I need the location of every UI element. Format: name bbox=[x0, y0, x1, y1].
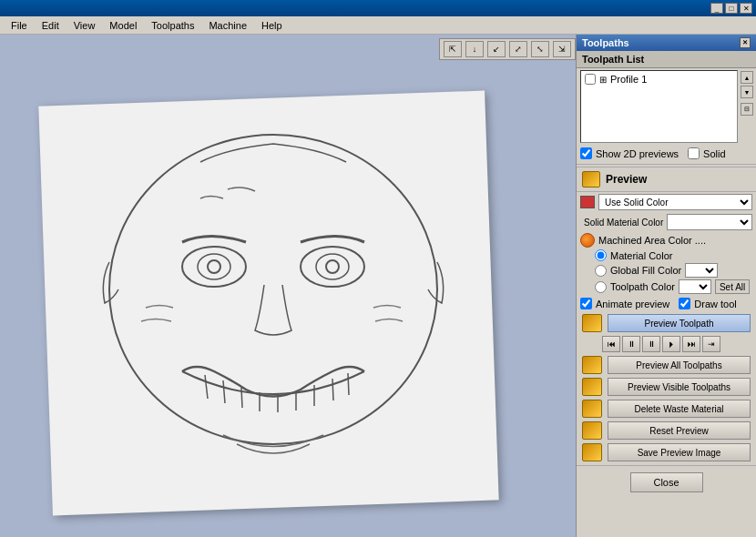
preview-visible-icon bbox=[582, 378, 602, 396]
show-2d-label: Show 2D previews bbox=[596, 148, 679, 159]
preview-toolpath-button[interactable]: Preview Toolpath bbox=[608, 314, 751, 332]
svg-point-6 bbox=[326, 260, 339, 273]
material-color-label: Material Color bbox=[610, 250, 672, 261]
use-solid-color-row: Use Solid Color bbox=[577, 192, 756, 212]
save-preview-icon bbox=[582, 443, 602, 461]
scroll-down-btn[interactable]: ▼ bbox=[741, 86, 753, 98]
close-button[interactable]: ✕ bbox=[740, 3, 752, 14]
animate-label: Animate preview bbox=[596, 299, 669, 309]
menu-view[interactable]: View bbox=[66, 18, 103, 33]
preview-icon bbox=[582, 171, 600, 187]
panel-title-controls: ✕ bbox=[740, 37, 751, 48]
save-preview-row: Save Preview Image bbox=[578, 442, 754, 462]
reset-preview-button[interactable]: Reset Preview bbox=[608, 421, 751, 440]
troll-face-svg bbox=[64, 107, 483, 490]
global-fill-radio[interactable] bbox=[595, 265, 607, 277]
preview-title: Preview bbox=[606, 173, 647, 186]
preview-header: Preview bbox=[577, 167, 756, 192]
delete-waste-icon bbox=[582, 400, 602, 418]
menu-model[interactable]: Model bbox=[102, 18, 144, 33]
draw-tool-label: Draw tool bbox=[694, 299, 736, 309]
close-btn-row: Close bbox=[577, 470, 756, 495]
use-solid-color-select[interactable]: Use Solid Color bbox=[598, 194, 752, 210]
playback-back[interactable]: ⏸ bbox=[622, 336, 640, 352]
machined-area-label: Machined Area Color .... bbox=[598, 235, 706, 246]
solid-material-color-row: Solid Material Color bbox=[577, 212, 756, 232]
global-fill-select[interactable] bbox=[685, 263, 718, 278]
toolbar-btn-3[interactable]: ↙ bbox=[487, 41, 506, 57]
solid-material-color-select[interactable] bbox=[667, 214, 752, 230]
delete-waste-row: Delete Waste Material bbox=[578, 399, 754, 419]
preview-all-row: Preview All Toolpaths bbox=[578, 355, 754, 375]
list-item[interactable]: ⊞ Profile 1 bbox=[583, 73, 735, 86]
panel-title: Toolpaths bbox=[582, 37, 629, 48]
toolpath-checkbox[interactable] bbox=[585, 74, 596, 85]
preview-visible-button[interactable]: Preview Visible Toolpaths bbox=[608, 378, 751, 396]
menu-toolpaths[interactable]: Toolpaths bbox=[144, 18, 201, 33]
canvas-content bbox=[27, 80, 501, 517]
show-2d-checkbox[interactable] bbox=[580, 147, 592, 159]
playback-pause[interactable]: ⏸ bbox=[642, 336, 660, 352]
menu-edit[interactable]: Edit bbox=[35, 18, 66, 33]
main-layout: ⇱ ↓ ↙ ⤢ ⤡ ⇲ bbox=[0, 35, 756, 537]
panel-title-bar: Toolpaths ✕ bbox=[577, 35, 756, 51]
toolpath-color-radio[interactable] bbox=[595, 281, 607, 293]
menu-bar: File Edit View Model Toolpaths Machine H… bbox=[0, 16, 756, 35]
toolbar-btn-6[interactable]: ⇲ bbox=[553, 41, 571, 57]
scrollbar-area: ▲ ▼ ⊟ bbox=[740, 70, 754, 117]
delete-waste-button[interactable]: Delete Waste Material bbox=[608, 400, 751, 418]
svg-point-2 bbox=[198, 254, 230, 279]
preview-all-icon bbox=[582, 356, 602, 374]
menu-machine[interactable]: Machine bbox=[201, 18, 254, 33]
svg-line-7 bbox=[205, 375, 208, 399]
machined-area-icon bbox=[580, 233, 595, 248]
section-toolpath-list: Toolpath List bbox=[577, 51, 756, 68]
preview-toolpath-icon bbox=[582, 314, 602, 332]
svg-point-1 bbox=[182, 247, 246, 287]
playback-rewind[interactable]: ⏮ bbox=[602, 336, 620, 352]
playback-controls: ⏮ ⏸ ⏸ ⏵ ⏭ ⇥ bbox=[577, 334, 756, 354]
machined-area-row: Machined Area Color .... bbox=[577, 232, 756, 248]
minimize-button[interactable]: _ bbox=[710, 3, 723, 14]
svg-line-15 bbox=[348, 373, 349, 395]
canvas-toolbar: ⇱ ↓ ↙ ⤢ ⤡ ⇲ bbox=[439, 38, 576, 60]
toolbar-btn-2[interactable]: ↓ bbox=[465, 41, 484, 57]
right-panel: Toolpaths ✕ Toolpath List ⊞ Profile 1 ▲ … bbox=[576, 35, 756, 537]
save-preview-button[interactable]: Save Preview Image bbox=[608, 443, 751, 461]
animate-row: Animate preview Draw tool bbox=[577, 295, 756, 312]
animate-checkbox[interactable] bbox=[580, 298, 592, 309]
preview-visible-row: Preview Visible Toolpaths bbox=[578, 377, 754, 397]
material-color-radio[interactable] bbox=[595, 249, 607, 261]
reset-preview-row: Reset Preview bbox=[578, 420, 754, 441]
close-button[interactable]: Close bbox=[630, 472, 703, 492]
playback-step[interactable]: ⇥ bbox=[702, 336, 720, 352]
canvas-area: ⇱ ↓ ↙ ⤢ ⤡ ⇲ bbox=[0, 35, 576, 537]
menu-file[interactable]: File bbox=[4, 18, 35, 33]
playback-fast-forward[interactable]: ⏭ bbox=[682, 336, 700, 352]
use-solid-color-swatch bbox=[580, 196, 595, 208]
solid-checkbox[interactable] bbox=[688, 147, 700, 159]
toolbar-btn-5[interactable]: ⤡ bbox=[531, 41, 549, 57]
material-color-row: Material Color bbox=[577, 248, 756, 262]
toolpath-color-row: Toolpath Color Set All bbox=[577, 279, 756, 295]
menu-help[interactable]: Help bbox=[254, 18, 290, 33]
draw-tool-checkbox[interactable] bbox=[679, 298, 690, 309]
set-all-button[interactable]: Set All bbox=[715, 279, 750, 294]
playback-forward[interactable]: ⏵ bbox=[662, 336, 680, 352]
preview-all-button[interactable]: Preview All Toolpaths bbox=[608, 356, 751, 374]
scroll-up-btn[interactable]: ▲ bbox=[741, 71, 753, 84]
toolbar-btn-4[interactable]: ⤢ bbox=[509, 41, 527, 57]
global-fill-label: Global Fill Color bbox=[610, 265, 681, 276]
solid-material-color-label: Solid Material Color bbox=[580, 218, 663, 228]
scroll-extra-btn[interactable]: ⊟ bbox=[741, 103, 753, 116]
svg-line-14 bbox=[332, 379, 333, 400]
svg-point-4 bbox=[301, 247, 364, 287]
preview-toolpath-row: Preview Toolpath bbox=[578, 313, 754, 333]
maximize-button[interactable]: □ bbox=[725, 3, 738, 14]
panel-close-btn[interactable]: ✕ bbox=[740, 37, 751, 48]
toolbar-btn-1[interactable]: ⇱ bbox=[444, 41, 462, 57]
toolpath-item-label: Profile 1 bbox=[610, 74, 647, 85]
global-fill-row: Global Fill Color bbox=[577, 262, 756, 279]
toolpath-color-select[interactable] bbox=[679, 279, 711, 294]
reset-preview-icon bbox=[582, 421, 602, 440]
